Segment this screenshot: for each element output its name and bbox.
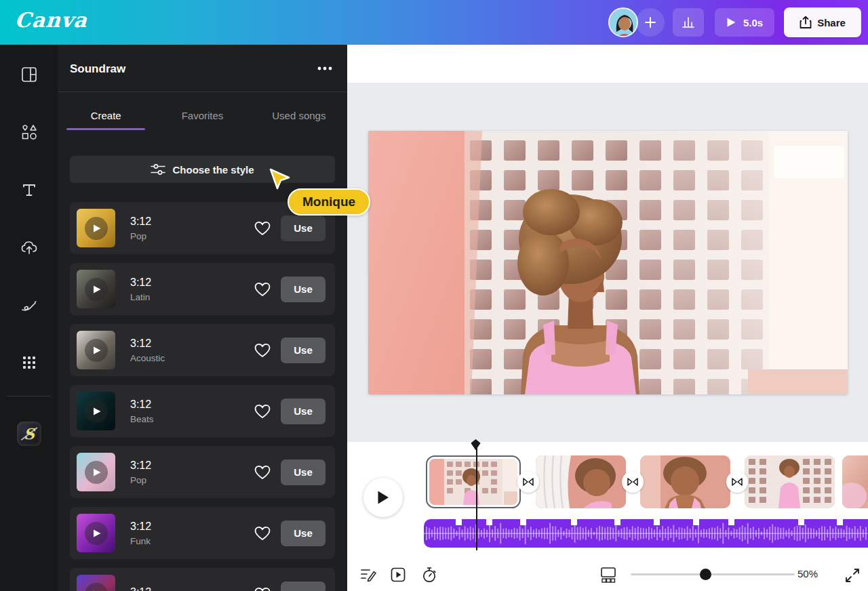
- choose-style-button[interactable]: Choose the style: [70, 156, 335, 183]
- song-thumbnail[interactable]: [77, 392, 115, 430]
- favorite-button[interactable]: [251, 522, 274, 545]
- tab-used-songs[interactable]: Used songs: [251, 92, 347, 138]
- timeline-clip-3[interactable]: [640, 455, 730, 508]
- play-overlay-icon: [85, 583, 108, 591]
- song-thumbnail[interactable]: [77, 270, 115, 308]
- song-thumbnail[interactable]: [77, 453, 115, 491]
- bar-marker: [654, 519, 660, 525]
- heart-icon: [254, 464, 271, 481]
- sidebar: S: [0, 45, 58, 591]
- bar-marker: [571, 519, 577, 525]
- insights-button[interactable]: [673, 8, 704, 37]
- song-duration: 3:12: [130, 521, 151, 533]
- plus-icon: [644, 16, 657, 29]
- grid-view-button[interactable]: [599, 566, 617, 584]
- use-button[interactable]: Use: [281, 460, 326, 485]
- heart-icon: [254, 525, 271, 542]
- timeline-clip-1[interactable]: [426, 455, 521, 508]
- use-button[interactable]: Use: [281, 399, 326, 424]
- duration-button[interactable]: [420, 566, 438, 584]
- use-button[interactable]: Use: [281, 582, 326, 591]
- playhead-handle[interactable]: [471, 439, 481, 453]
- sidebar-item-design[interactable]: [14, 60, 44, 89]
- heart-icon: [254, 586, 271, 591]
- timeline-play-button[interactable]: [363, 478, 403, 517]
- favorite-button[interactable]: [251, 339, 274, 362]
- song-genre: Funk: [130, 536, 151, 546]
- bowtie-transition-icon: [627, 478, 638, 486]
- preview-play-button[interactable]: 5.0s: [715, 8, 774, 37]
- add-member-button[interactable]: [636, 8, 665, 37]
- expand-icon: [845, 568, 860, 583]
- bar-marker: [614, 519, 620, 525]
- song-meta: 3:12 Latin: [130, 277, 151, 302]
- transition-button-2[interactable]: [622, 471, 644, 493]
- favorite-button[interactable]: [251, 400, 274, 423]
- chart-icon: [681, 16, 696, 29]
- play-overlay-icon: [85, 522, 108, 545]
- fullscreen-button[interactable]: [844, 567, 861, 584]
- song-row: 3:12 Beats Use: [70, 385, 335, 437]
- favorite-button[interactable]: [251, 278, 274, 301]
- canva-logo[interactable]: Canva: [14, 8, 88, 32]
- tab-create[interactable]: Create: [58, 92, 154, 138]
- heart-icon: [254, 342, 271, 359]
- apps-icon: [21, 354, 37, 371]
- use-button[interactable]: Use: [281, 521, 326, 546]
- zoom-slider-thumb[interactable]: [700, 569, 711, 580]
- filter-sliders-icon: [151, 163, 165, 176]
- favorite-button[interactable]: [251, 217, 274, 240]
- song-thumbnail[interactable]: [77, 575, 115, 591]
- playhead-line[interactable]: [476, 443, 477, 550]
- sidebar-divider: [7, 396, 51, 396]
- audio-track[interactable]: [424, 519, 868, 548]
- timeline-clip-5[interactable]: [842, 455, 868, 508]
- bar-marker: [486, 519, 492, 525]
- panel-content: Choose the style 3:12 Pop: [58, 138, 347, 591]
- sidebar-item-draw[interactable]: [14, 290, 44, 320]
- panel-tabs: Create Favorites Used songs: [58, 92, 347, 138]
- transition-button-1[interactable]: [517, 471, 539, 493]
- sidebar-item-elements[interactable]: [14, 117, 44, 147]
- use-button[interactable]: Use: [281, 277, 326, 302]
- tab-favorites[interactable]: Favorites: [154, 92, 250, 138]
- play-icon: [376, 490, 390, 505]
- share-icon: [800, 16, 812, 29]
- transition-button-3[interactable]: [726, 471, 748, 493]
- bar-marker: [728, 519, 734, 525]
- timeline-clip-2[interactable]: [536, 455, 626, 508]
- sidebar-item-apps[interactable]: [14, 348, 44, 378]
- song-thumbnail[interactable]: [77, 514, 115, 552]
- heart-icon: [254, 281, 271, 298]
- favorite-button[interactable]: [251, 583, 274, 591]
- play-overlay-icon: [85, 278, 108, 301]
- sidebar-item-text[interactable]: [14, 175, 44, 205]
- share-label: Share: [817, 17, 846, 28]
- timer-icon: [421, 567, 437, 584]
- video-preview-button[interactable]: [389, 566, 407, 584]
- top-bar: Canva 5.0s: [0, 0, 868, 45]
- timeline-clip-4[interactable]: [745, 455, 835, 508]
- canvas-area[interactable]: [347, 83, 868, 442]
- bowtie-transition-icon: [523, 478, 534, 486]
- draw-icon: [20, 297, 39, 313]
- video-icon: [390, 567, 406, 583]
- sidebar-item-uploads[interactable]: [14, 232, 44, 262]
- use-button[interactable]: Use: [281, 216, 326, 241]
- song-meta: 3:12 Acoustic: [130, 338, 165, 363]
- song-thumbnail[interactable]: [77, 331, 115, 369]
- song-thumbnail[interactable]: [77, 209, 115, 247]
- choose-style-label: Choose the style: [172, 164, 254, 176]
- zoom-slider-track[interactable]: [631, 573, 795, 575]
- zoom-level: 50%: [797, 568, 818, 579]
- favorite-button[interactable]: [251, 461, 274, 484]
- notes-button[interactable]: [359, 566, 377, 584]
- song-row: 3:12 Pop Use: [70, 202, 335, 254]
- sidebar-item-soundraw[interactable]: S: [17, 422, 41, 446]
- use-button[interactable]: Use: [281, 338, 326, 363]
- share-button[interactable]: Share: [784, 7, 861, 37]
- song-genre: Pop: [130, 231, 151, 241]
- video-page[interactable]: [368, 131, 848, 394]
- panel-menu-button[interactable]: [315, 60, 335, 77]
- avatar[interactable]: [608, 7, 638, 37]
